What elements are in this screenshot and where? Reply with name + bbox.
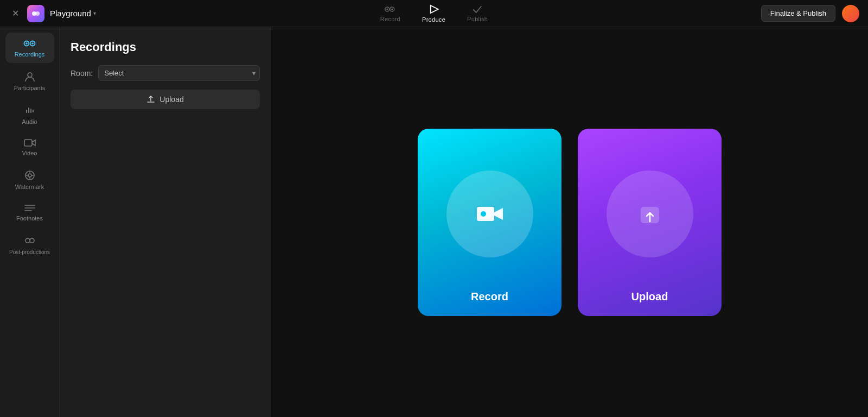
record-card-label: Record: [471, 290, 508, 303]
watermark-icon: [24, 169, 36, 181]
room-label: Room:: [71, 69, 93, 78]
svg-rect-15: [33, 110, 34, 112]
upload-card-circle: [607, 170, 693, 257]
svg-point-18: [28, 174, 31, 177]
topbar-nav: Record Produce Publish: [380, 4, 488, 23]
record-card-circle: [446, 170, 533, 257]
sidebar-watermark-label: Watermark: [15, 184, 44, 190]
audio-icon: [24, 104, 36, 116]
produce-nav-icon: [429, 4, 439, 15]
video-icon: [24, 138, 36, 148]
app-name[interactable]: Playground ▾: [50, 9, 96, 18]
record-card-icon: [476, 203, 504, 225]
nav-publish-label: Publish: [467, 16, 488, 22]
svg-point-5: [391, 9, 393, 10]
sidebar-item-video[interactable]: Video: [5, 132, 54, 162]
svg-rect-16: [24, 140, 32, 146]
main-area: Recordings Participants Au: [0, 27, 868, 417]
footnotes-icon: [24, 203, 36, 213]
svg-point-11: [28, 73, 32, 77]
post-productions-icon: [24, 235, 36, 247]
sidebar-item-recordings[interactable]: Recordings: [5, 33, 54, 63]
svg-point-27: [30, 238, 34, 243]
icon-sidebar: Recordings Participants Au: [0, 27, 60, 417]
record-card[interactable]: Record: [418, 129, 561, 316]
publish-nav-icon: [472, 4, 483, 14]
sidebar-item-footnotes[interactable]: Footnotes: [5, 198, 54, 227]
svg-point-3: [386, 9, 388, 10]
sidebar-footnotes-label: Footnotes: [16, 215, 43, 222]
sidebar-recordings-label: Recordings: [15, 51, 45, 58]
nav-item-publish[interactable]: Publish: [467, 4, 488, 22]
svg-rect-13: [28, 108, 29, 113]
sidebar-item-audio[interactable]: Audio: [5, 99, 54, 130]
topbar-left: ✕ Playground ▾: [9, 5, 96, 22]
avatar[interactable]: [842, 5, 859, 22]
sidebar-video-label: Video: [22, 150, 37, 156]
sidebar-post-productions-label: Post-productions: [9, 249, 50, 256]
record-nav-icon: [384, 4, 396, 14]
app-logo: [27, 5, 44, 22]
app-name-chevron: ▾: [93, 10, 96, 16]
nav-record-label: Record: [380, 16, 400, 22]
topbar: ✕ Playground ▾ Record: [0, 0, 868, 27]
finalize-publish-button[interactable]: Finalize & Publish: [761, 5, 835, 22]
svg-point-10: [31, 42, 34, 45]
upload-button[interactable]: Upload: [71, 90, 260, 109]
room-row: Room: Select: [71, 65, 260, 81]
svg-point-29: [481, 211, 486, 217]
sidebar-item-participants[interactable]: Participants: [5, 65, 54, 97]
room-select-wrapper: Select: [98, 65, 260, 81]
topbar-right: Finalize & Publish: [761, 5, 859, 22]
recordings-panel: Recordings Room: Select Upload: [60, 27, 271, 417]
content-area: Record Upload: [271, 27, 868, 417]
upload-card-label: Upload: [631, 290, 668, 303]
upload-icon: [146, 95, 155, 104]
nav-item-produce[interactable]: Produce: [422, 4, 445, 23]
sidebar-participants-label: Participants: [14, 85, 45, 91]
svg-marker-6: [431, 5, 438, 13]
nav-produce-label: Produce: [422, 16, 445, 23]
svg-point-1: [35, 11, 40, 16]
participants-icon: [24, 71, 36, 83]
room-select[interactable]: Select: [98, 65, 260, 81]
svg-point-26: [25, 238, 30, 243]
recordings-icon: [23, 38, 36, 49]
panel-title: Recordings: [71, 40, 260, 54]
upload-card-icon: [637, 201, 663, 227]
upload-card[interactable]: Upload: [578, 129, 722, 316]
nav-item-record[interactable]: Record: [380, 4, 400, 22]
sidebar-item-watermark[interactable]: Watermark: [5, 164, 54, 195]
svg-rect-12: [26, 110, 27, 113]
sidebar-item-post-productions[interactable]: Post-productions: [5, 229, 54, 261]
upload-btn-label: Upload: [159, 95, 183, 104]
sidebar-audio-label: Audio: [22, 118, 37, 125]
svg-rect-14: [30, 109, 31, 113]
close-button[interactable]: ✕: [9, 7, 22, 20]
svg-point-8: [25, 42, 28, 45]
